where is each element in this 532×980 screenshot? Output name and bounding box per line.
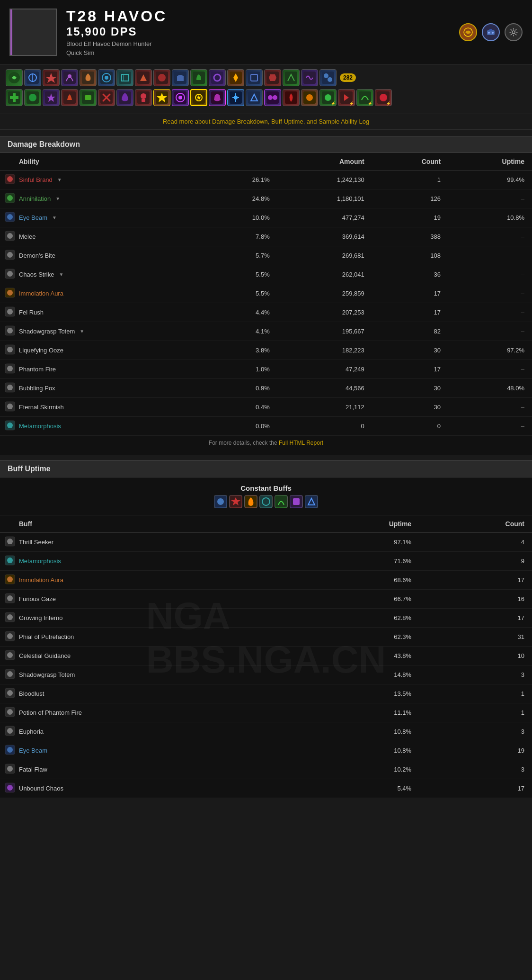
svg-point-108 — [7, 539, 13, 544]
ability-name: Melee — [19, 233, 35, 240]
wow-icon[interactable] — [459, 23, 477, 41]
ability-icon[interactable] — [98, 69, 115, 86]
buff-icon[interactable] — [244, 495, 257, 508]
buff-icon-img — [5, 782, 15, 794]
talent-icon[interactable]: ⚡ — [356, 89, 373, 106]
trinket-icon[interactable] — [283, 89, 300, 106]
ability-count: 19 — [372, 208, 448, 227]
buff-uptime: 71.6% — [295, 552, 419, 571]
buff-icon-img — [5, 707, 15, 719]
buff-icon[interactable] — [275, 495, 288, 508]
buff-uptime: 97.1% — [295, 533, 419, 552]
buff-name: Bloodlust — [19, 690, 44, 697]
settings-icon[interactable] — [505, 23, 523, 41]
svg-point-58 — [268, 95, 273, 100]
ability-icon[interactable] — [61, 69, 78, 86]
talent-icon[interactable]: ⚡ — [375, 89, 392, 106]
ability-icons: 282 ⚡ ⚡ ⚡ ⚡ — [0, 64, 532, 114]
trinket-icon[interactable] — [190, 89, 207, 106]
trinket-icon[interactable] — [209, 89, 226, 106]
covenant-icon[interactable] — [153, 89, 170, 106]
ability-amount: 477,274 — [277, 208, 372, 227]
buff-icon[interactable] — [259, 495, 273, 508]
ability-icon[interactable] — [209, 69, 226, 86]
svg-point-16 — [105, 76, 108, 80]
ability-count: 17 — [372, 303, 448, 322]
breakdown-link[interactable]: Read more about Damage Breakdown, Buff U… — [163, 118, 369, 125]
ability-count: 30 — [372, 341, 448, 360]
covenant-icon[interactable] — [172, 89, 189, 106]
ability-icon[interactable] — [43, 69, 60, 86]
svg-point-98 — [217, 498, 224, 505]
ability-icon[interactable] — [172, 69, 189, 86]
talent-icon[interactable] — [116, 89, 133, 106]
buff-count: 4 — [419, 533, 532, 552]
talent-icon[interactable] — [24, 89, 41, 106]
ability-icon[interactable] — [301, 69, 318, 86]
talent-icon[interactable] — [61, 89, 78, 106]
ability-icon[interactable] — [135, 69, 152, 86]
col-amount-val: Amount — [277, 153, 372, 171]
buff-name: Euphoria — [19, 728, 44, 735]
col-count: Count — [372, 153, 448, 171]
buff-cell: Phial of Putrefaction — [0, 628, 295, 647]
svg-point-120 — [7, 652, 13, 658]
table-row: Sinful Brand▼ 26.1% 1,242,130 1 99.4% — [0, 171, 532, 189]
trinket-icon[interactable] — [301, 89, 318, 106]
buff-icon[interactable] — [214, 495, 227, 508]
buff-icon-img — [5, 612, 15, 624]
talent-icon[interactable] — [98, 89, 115, 106]
talent-icon[interactable] — [135, 89, 152, 106]
buff-row: Fatal Flaw 10.2% 3 — [0, 760, 532, 779]
character-class: Blood Elf Havoc Demon Hunter — [66, 40, 450, 47]
ability-icon-img — [5, 420, 15, 432]
ability-icon[interactable] — [246, 69, 263, 86]
svg-point-114 — [7, 595, 13, 601]
buff-icon[interactable] — [229, 495, 242, 508]
svg-point-130 — [7, 747, 13, 753]
buff-icon[interactable] — [290, 495, 303, 508]
buff-icon-img — [5, 726, 15, 737]
svg-rect-4 — [489, 29, 492, 31]
ability-icon[interactable] — [24, 69, 41, 86]
ability-count: 30 — [372, 398, 448, 417]
header-actions — [459, 23, 523, 41]
talent-icon[interactable]: ⚡ — [319, 89, 337, 106]
ability-icon[interactable] — [153, 69, 170, 86]
talent-icon[interactable] — [43, 89, 60, 106]
talent-icon[interactable] — [6, 89, 23, 106]
ability-icon[interactable] — [80, 69, 97, 86]
ability-icon[interactable] — [190, 69, 207, 86]
ability-icon[interactable] — [264, 69, 281, 86]
icon-row-1: 282 — [6, 69, 526, 86]
buff-count: 1 — [419, 703, 532, 722]
ability-icon[interactable] — [116, 69, 133, 86]
talent-icon[interactable]: ⚡ — [338, 89, 355, 106]
table-row: Shadowgrasp Totem▼ 4.1% 195,667 82 – — [0, 322, 532, 341]
ability-icon[interactable] — [319, 69, 337, 86]
ability-icon-img — [5, 344, 15, 356]
ability-icon-img — [5, 325, 15, 337]
buff-icon[interactable] — [305, 495, 318, 508]
ability-count: 17 — [372, 284, 448, 303]
buff-name: Eye Beam — [19, 747, 47, 754]
ability-icon[interactable] — [283, 69, 300, 86]
buff-section-header: Buff Uptime — [0, 460, 532, 477]
buff-icon-img — [5, 650, 15, 662]
full-report-link[interactable]: Full HTML Report — [279, 440, 323, 446]
buff-name: Growing Inferno — [19, 614, 63, 621]
trinket-icon[interactable] — [264, 89, 281, 106]
ability-icon[interactable] — [6, 69, 23, 86]
buff-cell: Growing Inferno — [0, 609, 295, 628]
table-row: Chaos Strike▼ 5.5% 262,041 36 – — [0, 265, 532, 284]
talent-icon[interactable] — [80, 89, 97, 106]
trinket-icon[interactable] — [227, 89, 244, 106]
buff-icon-img — [5, 536, 15, 548]
raidbots-icon[interactable] — [482, 23, 500, 41]
ability-count: 30 — [372, 379, 448, 398]
ability-name: Shadowgrasp Totem — [19, 328, 75, 335]
buff-uptime: 13.5% — [295, 684, 419, 703]
svg-point-88 — [7, 347, 13, 352]
trinket-icon[interactable] — [246, 89, 263, 106]
ability-icon[interactable] — [227, 69, 244, 86]
